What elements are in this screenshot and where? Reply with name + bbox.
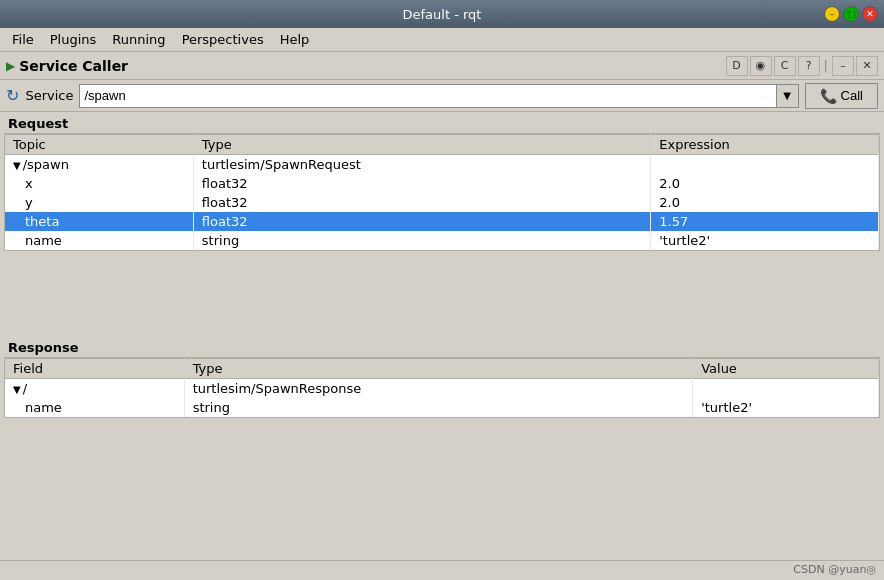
col-type: Type [193,135,650,155]
response-table-body: ▼/turtlesim/SpawnResponsenamestring'turt… [5,379,879,418]
cell-type: float32 [193,174,650,193]
menu-help[interactable]: Help [272,30,318,49]
call-button[interactable]: 📞 Call [805,83,878,109]
doc-d-button[interactable]: D [726,56,748,76]
response-section-label: Response [0,336,884,357]
response-table-header: Field Type Value [5,359,879,379]
doc-c-button[interactable]: C [774,56,796,76]
plugin-icons: D ◉ C ? | – ✕ [726,56,878,76]
doc-circle-button[interactable]: ◉ [750,56,772,76]
cell-type: turtlesim/SpawnRequest [193,155,650,175]
window-body: ▶ Service Caller D ◉ C ? | – ✕ ↻ Service… [0,52,884,580]
response-panel: Response Field Type Value ▼/turtlesim/Sp… [0,336,884,560]
table-row[interactable]: xfloat322.0 [5,174,879,193]
cell-value: 'turtle2' [693,398,879,417]
tree-toggle-icon[interactable]: ▼ [13,160,21,171]
cell-topic: ▼/spawn [5,155,193,175]
col-resp-type: Type [184,359,693,379]
table-row[interactable]: thetafloat321.57 [5,212,879,231]
refresh-icon[interactable]: ↻ [6,86,19,105]
response-table: Field Type Value ▼/turtlesim/SpawnRespon… [5,358,879,417]
menu-perspectives[interactable]: Perspectives [174,30,272,49]
call-button-label: Call [841,88,863,103]
plugin-title-area: ▶ Service Caller [6,58,128,74]
cell-field: ▼/ [5,379,184,399]
cell-topic: theta [5,212,193,231]
cell-type: float32 [193,193,650,212]
minimize-plugin-button[interactable]: – [832,56,854,76]
request-section-label: Request [0,112,884,133]
col-expression: Expression [651,135,879,155]
cell-type: string [193,231,650,250]
cell-resp-type: string [184,398,693,417]
service-input[interactable] [79,84,776,108]
cell-expression[interactable]: 2.0 [651,193,879,212]
table-row[interactable]: namestring'turtle2' [5,231,879,250]
response-table-container: Field Type Value ▼/turtlesim/SpawnRespon… [4,357,880,418]
cell-resp-type: turtlesim/SpawnResponse [184,379,693,399]
menu-plugins[interactable]: Plugins [42,30,105,49]
col-field: Field [5,359,184,379]
col-value: Value [693,359,879,379]
panels: Request Topic Type Expression ▼/spawntur… [0,112,884,560]
plugin-header: ▶ Service Caller D ◉ C ? | – ✕ [0,52,884,80]
plugin-title: Service Caller [19,58,128,74]
cell-value [693,379,879,399]
table-row[interactable]: ▼/spawnturtlesim/SpawnRequest [5,155,879,175]
cell-topic: y [5,193,193,212]
cell-expression[interactable]: 1.57 [651,212,879,231]
plugin-arrow: ▶ [6,59,15,73]
service-label: Service [25,88,73,103]
cell-expression[interactable]: 'turtle2' [651,231,879,250]
service-dropdown-button[interactable]: ▼ [777,84,799,108]
request-table-header: Topic Type Expression [5,135,879,155]
cell-type: float32 [193,212,650,231]
window-title: Default - rqt [403,7,482,22]
col-topic: Topic [5,135,193,155]
close-plugin-button[interactable]: ✕ [856,56,878,76]
menu-running[interactable]: Running [104,30,173,49]
maximize-button[interactable]: □ [843,6,859,22]
statusbar: CSDN @yuan◎ [0,560,884,580]
statusbar-text: CSDN @yuan◎ [793,563,876,576]
request-table-container: Topic Type Expression ▼/spawnturtlesim/S… [4,133,880,251]
window-controls: – □ ✕ [824,6,878,22]
request-table-body: ▼/spawnturtlesim/SpawnRequestxfloat322.0… [5,155,879,251]
service-row: ↻ Service ▼ 📞 Call [0,80,884,112]
minimize-button[interactable]: – [824,6,840,22]
menu-file[interactable]: File [4,30,42,49]
tree-toggle-icon[interactable]: ▼ [13,384,21,395]
request-table: Topic Type Expression ▼/spawnturtlesim/S… [5,134,879,250]
table-row[interactable]: namestring'turtle2' [5,398,879,417]
close-button[interactable]: ✕ [862,6,878,22]
help-button[interactable]: ? [798,56,820,76]
cell-field: name [5,398,184,417]
call-icon: 📞 [820,88,837,104]
titlebar: Default - rqt – □ ✕ [0,0,884,28]
service-input-wrap: ▼ [79,84,798,108]
cell-expression[interactable]: 2.0 [651,174,879,193]
cell-expression[interactable] [651,155,879,175]
separator: | [824,58,828,73]
cell-topic: x [5,174,193,193]
menubar: File Plugins Running Perspectives Help [0,28,884,52]
cell-topic: name [5,231,193,250]
table-row[interactable]: yfloat322.0 [5,193,879,212]
table-row[interactable]: ▼/turtlesim/SpawnResponse [5,379,879,399]
request-panel: Request Topic Type Expression ▼/spawntur… [0,112,884,336]
